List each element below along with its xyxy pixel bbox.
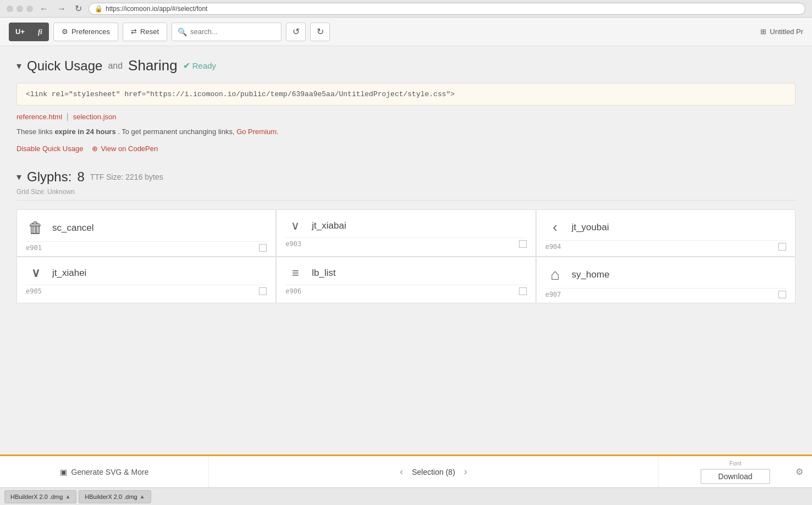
jt-youbai-icon: ‹ [545, 219, 565, 236]
glyph-checkbox-e904[interactable] [778, 243, 786, 251]
ready-badge: ✔ Ready [183, 60, 216, 71]
font-settings-icon[interactable]: ⚙ [796, 467, 803, 472]
preferences-button[interactable]: ⚙ Preferences [53, 23, 118, 41]
glyph-checkbox-e901[interactable] [259, 244, 267, 252]
lock-icon: 🔒 [95, 5, 103, 13]
expire-text: These links expire in 24 hours . To get … [16, 127, 796, 136]
expire-suffix: . To get permanent unchanging links, [118, 127, 234, 136]
sy-home-icon: ⌂ [545, 266, 565, 284]
glyphs-header: ▾ Glyphs: 8 TTF Size: 2216 bytes [16, 169, 796, 185]
file-links: reference.html | selection.json [16, 112, 796, 121]
browser-bar: ← → ↻ 🔒 https://icomoon.io/app/#/select/… [0, 0, 812, 18]
glyph-cell-e904: ‹ jt_youbai e904 [536, 209, 796, 257]
generate-svg-button[interactable]: ▣ Generate SVG & More [0, 456, 209, 472]
jt-xiabai-icon: ∨ [285, 219, 305, 233]
glyph-cell-e903: ∨ jt_xiabai e903 [276, 209, 535, 257]
search-icon: 🔍 [178, 27, 187, 36]
browser-refresh-btn[interactable]: ↻ [73, 3, 84, 14]
glyph-checkbox-e905[interactable] [259, 287, 267, 295]
glyph-code-e903: e903 [285, 240, 301, 248]
browser-close[interactable] [7, 5, 13, 12]
main-content: ▾ Quick Usage and Sharing ✔ Ready <link … [0, 46, 812, 472]
icon-add-group: U+ fi [9, 23, 49, 41]
project-label: Untitled Pr [770, 27, 803, 36]
glyph-footer-e904: e904 [545, 240, 786, 251]
glyph-checkbox-e903[interactable] [519, 240, 527, 248]
premium-link[interactable]: Go Premium. [236, 127, 279, 136]
glyph-footer-e901: e901 [26, 241, 267, 252]
quick-usage-title: Quick Usage [27, 58, 102, 74]
glyphs-title: Glyphs: [27, 169, 71, 185]
search-box[interactable]: 🔍 [172, 23, 281, 41]
selection-next-btn[interactable]: › [464, 466, 467, 472]
search-input[interactable] [190, 27, 273, 36]
css-link-code[interactable]: <link rel="stylesheet" href="https://i.i… [16, 83, 796, 106]
expire-intro: These links [16, 127, 53, 136]
glyphs-chevron[interactable]: ▾ [16, 171, 21, 183]
reference-html-link[interactable]: reference.html [16, 113, 62, 121]
font-download-area: Font Download ⚙ [658, 456, 812, 472]
glyph-footer-e905: e905 [26, 285, 267, 295]
glyph-top-e901: 🗑 sc_cancel [26, 219, 267, 237]
ttf-size: TTF Size: 2216 bytes [90, 173, 163, 181]
download-button[interactable]: Download [700, 469, 770, 473]
glyph-code-e905: e905 [26, 287, 42, 295]
selection-prev-btn[interactable]: ‹ [400, 466, 403, 472]
lb-list-icon: ≡ [285, 266, 305, 280]
link-separator: | [67, 112, 69, 121]
disable-quick-usage-link[interactable]: Disable Quick Usage [16, 145, 83, 153]
quick-usage-chevron[interactable]: ▾ [16, 60, 21, 72]
glyph-cell-e905: ∨ jt_xiahei e905 [16, 257, 276, 303]
glyph-name-e903: jt_xiabai [312, 220, 346, 231]
browser-back-btn[interactable]: ← [37, 4, 51, 14]
browser-forward-btn[interactable]: → [55, 4, 68, 14]
browser-controls [7, 5, 33, 12]
glyph-name-e905: jt_xiahei [52, 268, 86, 279]
reset-icon: ⇄ [131, 27, 137, 36]
gear-icon: ⚙ [62, 27, 68, 36]
jt-xiahei-icon: ∨ [26, 266, 46, 280]
quick-usage-header: ▾ Quick Usage and Sharing ✔ Ready [16, 57, 796, 74]
expire-bold: expire in 24 hours [54, 127, 115, 136]
browser-maximize[interactable] [26, 5, 33, 12]
glyph-name-e907: sy_home [572, 269, 610, 280]
url-text: https://icomoon.io/app/#/select/font [106, 5, 207, 13]
selection-area: ‹ Selection (8) › [209, 466, 658, 472]
codepen-label: View on CodePen [101, 145, 158, 153]
codepen-link[interactable]: ⊕ View on CodePen [92, 145, 158, 153]
glyph-top-e904: ‹ jt_youbai [545, 219, 786, 236]
glyph-code-e901: e901 [26, 244, 42, 252]
browser-minimize[interactable] [16, 5, 23, 12]
fi-button[interactable]: fi [31, 23, 49, 41]
project-button[interactable]: ⊞ Untitled Pr [760, 27, 803, 36]
glyph-checkbox-e906[interactable] [519, 287, 527, 295]
glyph-footer-e907: e907 [545, 288, 786, 298]
grid-size: Grid Size: Unknown [16, 188, 796, 201]
quick-usage-and: and [108, 61, 123, 71]
reset-label: Reset [140, 27, 159, 36]
glyph-checkbox-e907[interactable] [778, 291, 786, 298]
project-icon: ⊞ [760, 27, 766, 36]
selection-label: Selection (8) [412, 468, 455, 473]
redo-button[interactable]: ↻ [310, 23, 330, 41]
glyph-footer-e903: e903 [285, 237, 526, 248]
address-bar[interactable]: 🔒 https://icomoon.io/app/#/select/font [89, 3, 805, 15]
codepen-icon: ⊕ [92, 145, 98, 153]
selection-json-link[interactable]: selection.json [73, 113, 117, 121]
app-toolbar: U+ fi ⚙ Preferences ⇄ Reset 🔍 ↺ ↻ ⊞ Unti… [0, 18, 812, 46]
glyph-footer-e906: e906 [285, 285, 526, 295]
generate-icon: ▣ [60, 468, 67, 473]
u-plus-button[interactable]: U+ [9, 23, 31, 41]
bottom-bar: ▣ Generate SVG & More ‹ Selection (8) › … [0, 454, 812, 472]
check-icon: ✔ [183, 60, 190, 71]
glyph-code-e904: e904 [545, 243, 561, 251]
undo-button[interactable]: ↺ [286, 23, 306, 41]
glyph-grid: 🗑 sc_cancel e901 ∨ jt_xiabai e903 [16, 209, 796, 303]
font-label: Font [729, 460, 741, 467]
reset-button[interactable]: ⇄ Reset [123, 23, 167, 41]
glyph-code-e906: e906 [285, 287, 301, 295]
glyph-top-e906: ≡ lb_list [285, 266, 526, 280]
ready-label: Ready [192, 61, 216, 70]
glyph-cell-e907: ⌂ sy_home e907 [536, 257, 796, 303]
glyph-cell-e906: ≡ lb_list e906 [276, 257, 535, 303]
